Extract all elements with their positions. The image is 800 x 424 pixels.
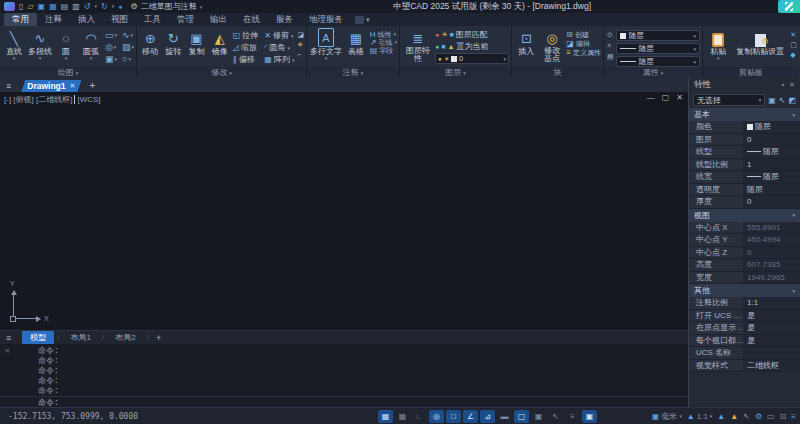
redo-icon[interactable]: ↻ (101, 2, 108, 11)
undo-caret-icon[interactable]: ▾ (95, 2, 98, 11)
set-current-button[interactable]: ● ■ ▲ 置为当前 (435, 41, 509, 52)
line-button[interactable]: ╲ 直线 ▾ (3, 28, 25, 61)
copy-clip-icon[interactable]: ▢ (790, 41, 797, 48)
array-button[interactable]: ▦阵列▾ (264, 54, 294, 65)
trim-button[interactable]: ✕修剪▾ (264, 30, 294, 41)
prop-row-transparency[interactable]: 透明度 随层 (689, 184, 800, 197)
selection-cycling-toggle[interactable]: ▣ (531, 410, 546, 423)
tab-output[interactable]: 输出 (202, 13, 235, 26)
grid-display-toggle[interactable]: ▦ (378, 410, 393, 423)
mtext-button[interactable]: A 多行文字 ▾ (310, 28, 342, 61)
quick-properties-toggle[interactable]: ↖ (548, 410, 563, 423)
prop-row-linetype[interactable]: 线型 随层 (689, 146, 800, 159)
annotation-scale-dropdown[interactable]: ▲ 1:1 ▾ (687, 412, 713, 421)
polar-tracking-toggle[interactable]: ◎ (429, 410, 444, 423)
tab-view[interactable]: 视图 (103, 13, 136, 26)
circle-button[interactable]: ○ 圆 ▾ (55, 28, 77, 61)
prop-row-height[interactable]: 高度 607.7385 (689, 259, 800, 272)
panel-label-clipboard[interactable]: 剪贴板 (703, 67, 799, 78)
select-objects-icon[interactable]: ↖ (779, 96, 786, 105)
dynamic-input-toggle[interactable]: ⊿ (480, 410, 495, 423)
preview-icon[interactable]: ▥ (72, 2, 80, 11)
redo-caret-icon[interactable]: ▾ (112, 2, 115, 11)
panel-label-layer[interactable]: 图层▾ (400, 67, 511, 78)
donut-button[interactable]: ◎▾ (105, 42, 117, 52)
edit-base-point-button[interactable]: ◎ 修改基点 (541, 28, 564, 63)
section-view[interactable]: 视图▾ (689, 209, 800, 222)
new-tab-icon[interactable]: + (89, 80, 95, 91)
mirror-button[interactable]: ◭ 镜像 (210, 28, 230, 56)
panel-label-draw[interactable]: 绘图▾ (0, 67, 136, 78)
tab-services[interactable]: 服务 (268, 13, 301, 26)
tab-layout2[interactable]: 布局2 (107, 331, 143, 344)
create-block-button[interactable]: ⊞创建 (566, 31, 601, 38)
region-button[interactable]: ▣▾ (105, 54, 117, 64)
ribbon-options[interactable]: ▾ (355, 13, 370, 26)
object-snap-tracking-toggle[interactable]: ∠ (463, 410, 478, 423)
layer-properties-button[interactable]: ≣ 图层特性 (403, 28, 433, 63)
clean-screen-icon[interactable]: ▭ (767, 412, 775, 421)
tab-layout1[interactable]: 布局1 (63, 331, 99, 344)
copy-paste-settings-button[interactable]: 复制粘贴设置 (736, 28, 784, 56)
cut-icon[interactable]: ✕ (790, 31, 797, 38)
quick-select-icon[interactable]: ▣ (768, 96, 776, 105)
workspace-switcher[interactable]: ⚙ 二维草图与注释 ▾ (126, 1, 206, 12)
prop-row-annotation-scale[interactable]: 注释比例 1:1 (689, 297, 800, 310)
save-as-icon[interactable]: ▦ (49, 2, 57, 11)
ortho-mode-toggle[interactable]: ∟ (412, 410, 427, 423)
explode-icon[interactable]: ✳ (297, 41, 304, 48)
prop-row-visual-style[interactable]: 视觉样式 二维线框 (689, 360, 800, 373)
edit-block-button[interactable]: ◪编辑 (566, 40, 601, 47)
panel-label-annotate[interactable]: 注释▾ (307, 67, 399, 78)
tab-annotate[interactable]: 注释 (37, 13, 70, 26)
undo-icon[interactable]: ↺ (84, 2, 91, 11)
new-layout-icon[interactable]: + (152, 333, 165, 343)
command-history[interactable]: ✕ 命令: 命令: 命令: 命令: 命令: (0, 344, 688, 396)
arc-button[interactable]: ◠ 圆弧 ▾ (80, 28, 102, 61)
copy-button[interactable]: ▣ 复制 (186, 28, 206, 56)
tab-insert[interactable]: 插入 (70, 13, 103, 26)
fullscreen-icon[interactable]: ⊡ (780, 412, 787, 421)
stretch-button[interactable]: ◱拉伸 (233, 30, 259, 41)
auto-scale-icon[interactable]: ▲ (730, 412, 738, 421)
dim-linear-button[interactable]: H线性▾ (370, 31, 397, 38)
object-snap-toggle[interactable]: □ (446, 410, 461, 423)
lineweight-display-toggle[interactable]: ▬ (497, 410, 512, 423)
status-menu-icon[interactable]: ≡ (791, 412, 796, 421)
tab-online[interactable]: 在线 (235, 13, 268, 26)
paste-button[interactable]: 粘贴 ▾ (706, 28, 730, 61)
tab-tools[interactable]: 工具 (136, 13, 169, 26)
prop-row-width[interactable]: 宽度 1949.2965 (689, 272, 800, 285)
prop-row-ucs-per-viewport[interactable]: 每个视口都… 是 (689, 335, 800, 348)
panel-label-modify[interactable]: 修改▾ (137, 67, 306, 78)
join-icon[interactable]: ⌐ (297, 51, 304, 58)
prop-row-ucs-name[interactable]: UCS 名称 (689, 347, 800, 360)
toggle-pickadd-icon[interactable]: ◩ (788, 96, 796, 105)
selection-dropdown[interactable]: 无选择 ▾ (693, 94, 765, 106)
close-palette-icon[interactable]: ✕ (789, 81, 795, 89)
prop-row-linetype-scale[interactable]: 线型比例 1 (689, 159, 800, 172)
save-icon[interactable]: ▣ (38, 2, 46, 11)
layer-dropdown[interactable]: ● ☀ 0 ▾ (435, 53, 509, 64)
panel-label-block[interactable]: 块 (512, 67, 603, 78)
scale-button[interactable]: ◿缩放 (233, 42, 259, 53)
transparency-toggle[interactable]: ▢ (514, 410, 529, 423)
close-icon[interactable]: ✕ (676, 93, 683, 102)
close-command-icon[interactable]: ✕ (5, 346, 10, 356)
selection-cursor-icon[interactable]: ↖ (743, 412, 750, 421)
layer-match-button[interactable]: ● ☀ ■ 图层匹配 (435, 29, 509, 40)
revcloud-button[interactable]: ∿▾ (122, 30, 134, 40)
panel-label-properties[interactable]: 属性▾ (604, 67, 702, 78)
prop-row-layer[interactable]: 图层 0 (689, 134, 800, 147)
new-icon[interactable]: ▯ (19, 2, 23, 11)
isolate-objects-toggle[interactable]: ▣ (582, 410, 597, 423)
rectangle-button[interactable]: ▭▾ (105, 30, 117, 40)
color-dropdown[interactable]: 随层 ▾ (616, 30, 700, 41)
table-button[interactable]: ▦ 表格 (345, 28, 367, 56)
snap-mode-toggle[interactable]: ▦ (395, 410, 410, 423)
prop-row-lineweight[interactable]: 线宽 随层 (689, 171, 800, 184)
linetype-dropdown[interactable]: 随层 ▾ (616, 43, 700, 54)
prop-row-center-x[interactable]: 中心点 X 555.8901 (689, 222, 800, 235)
match-properties-icon[interactable]: ◆ (790, 51, 797, 58)
annotation-visibility-icon[interactable]: ▲ (717, 412, 725, 421)
